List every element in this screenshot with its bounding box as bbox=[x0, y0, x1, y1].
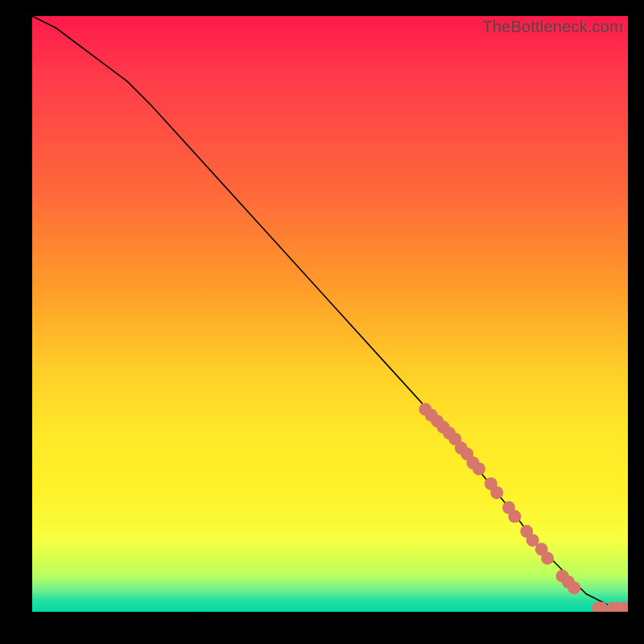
markers-layer bbox=[419, 402, 628, 612]
chart-frame: { "watermark": "TheBottleneck.com", "col… bbox=[0, 0, 644, 644]
plot-area: TheBottleneck.com bbox=[32, 16, 628, 612]
data-marker bbox=[473, 462, 485, 475]
curve-layer bbox=[32, 16, 628, 609]
data-marker bbox=[508, 510, 521, 523]
data-marker bbox=[490, 486, 503, 499]
chart-svg bbox=[32, 16, 628, 612]
data-marker bbox=[541, 551, 554, 564]
data-marker bbox=[568, 581, 580, 594]
curve-line bbox=[32, 16, 628, 609]
